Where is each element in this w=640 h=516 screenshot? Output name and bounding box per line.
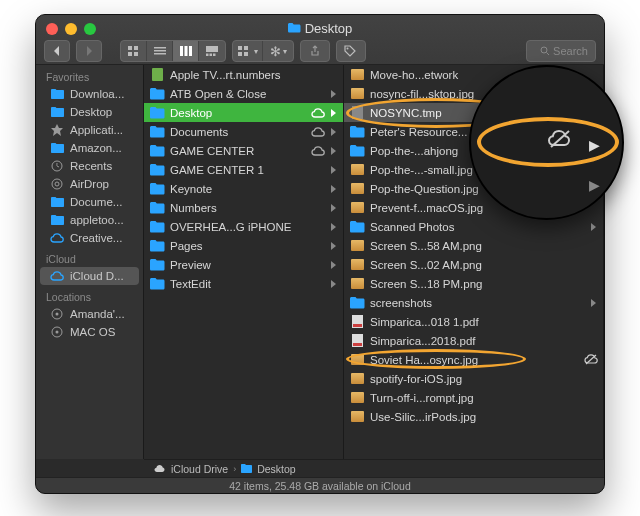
folder-icon bbox=[50, 196, 64, 208]
folder-icon bbox=[150, 258, 165, 271]
sidebar-item[interactable]: AirDrop bbox=[40, 175, 139, 193]
image-file-icon bbox=[350, 68, 365, 81]
file-row[interactable]: TextEdit bbox=[144, 274, 343, 293]
sidebar-item-label: iCloud D... bbox=[70, 270, 124, 282]
icon-view-button[interactable] bbox=[121, 41, 147, 61]
file-row[interactable]: Screen S...58 AM.png bbox=[344, 236, 603, 255]
file-name: Scanned Photos bbox=[370, 221, 586, 233]
folder-icon bbox=[150, 163, 165, 176]
svg-rect-7 bbox=[180, 46, 183, 56]
file-row[interactable]: Desktop bbox=[144, 103, 343, 122]
sidebar-item[interactable]: MAC OS bbox=[40, 323, 139, 341]
sidebar-item-label: Downloa... bbox=[70, 88, 124, 100]
tags-button[interactable] bbox=[336, 40, 366, 62]
file-row[interactable]: Soviet Ha...osync.jpg bbox=[344, 350, 603, 369]
file-name: Preview bbox=[170, 259, 326, 271]
svg-rect-6 bbox=[154, 53, 166, 55]
file-row[interactable]: Simparica...2018.pdf bbox=[344, 331, 603, 350]
titlebar: Desktop ▾ ✻▾ Search bbox=[36, 15, 604, 65]
chevron-right-icon: ▶ bbox=[589, 177, 600, 193]
cloud-slash-icon bbox=[583, 354, 599, 365]
folder-icon bbox=[241, 464, 252, 473]
sidebar-item[interactable]: appletoo... bbox=[40, 211, 139, 229]
column-view-button[interactable] bbox=[173, 41, 199, 61]
path-bar[interactable]: iCloud Drive › Desktop bbox=[144, 459, 604, 477]
folder-icon bbox=[288, 23, 301, 33]
image-file-icon bbox=[350, 410, 365, 423]
svg-rect-16 bbox=[238, 52, 242, 56]
chevron-right-icon: › bbox=[233, 464, 236, 474]
file-row[interactable]: GAME CENTER bbox=[144, 141, 343, 160]
image-file-icon bbox=[350, 353, 365, 366]
app-icon bbox=[50, 124, 64, 136]
back-button[interactable] bbox=[44, 40, 70, 62]
file-name: Documents bbox=[170, 126, 305, 138]
arrange-button[interactable]: ▾ bbox=[233, 41, 263, 61]
gallery-view-button[interactable] bbox=[199, 41, 225, 61]
search-field[interactable]: Search bbox=[526, 40, 596, 62]
sidebar-item[interactable]: iCloud D... bbox=[40, 267, 139, 285]
file-row[interactable]: Turn-off-i...rompt.jpg bbox=[344, 388, 603, 407]
svg-point-27 bbox=[56, 331, 59, 334]
image-file-icon bbox=[350, 258, 365, 271]
file-name: OVERHEA...G iPHONE bbox=[170, 221, 326, 233]
image-file-icon bbox=[350, 372, 365, 385]
sidebar-item[interactable]: Docume... bbox=[40, 193, 139, 211]
file-name: Simparica...018 1.pdf bbox=[370, 316, 599, 328]
svg-rect-14 bbox=[238, 46, 242, 50]
sidebar-item[interactable]: Amazon... bbox=[40, 139, 139, 157]
file-row[interactable]: Pages bbox=[144, 236, 343, 255]
folder-icon bbox=[150, 239, 165, 252]
file-row[interactable]: OVERHEA...G iPHONE bbox=[144, 217, 343, 236]
image-file-icon bbox=[350, 163, 365, 176]
file-row[interactable]: Screen S...18 PM.png bbox=[344, 274, 603, 293]
path-seg-2[interactable]: Desktop bbox=[257, 463, 296, 475]
file-row[interactable]: Simparica...018 1.pdf bbox=[344, 312, 603, 331]
image-file-icon bbox=[350, 201, 365, 214]
file-name: Numbers bbox=[170, 202, 326, 214]
folder-icon bbox=[150, 182, 165, 195]
sidebar-item[interactable]: Creative... bbox=[40, 229, 139, 247]
column-1[interactable]: Apple TV...rt.numbersATB Open & CloseDes… bbox=[144, 65, 344, 459]
file-name: screenshots bbox=[370, 297, 586, 309]
image-file-icon bbox=[350, 87, 365, 100]
view-switcher[interactable] bbox=[120, 40, 226, 62]
sidebar-item[interactable]: Applicati... bbox=[40, 121, 139, 139]
disk-icon bbox=[50, 326, 64, 338]
pdf-file-icon bbox=[350, 334, 365, 347]
folder-icon bbox=[50, 142, 64, 154]
file-row[interactable]: Numbers bbox=[144, 198, 343, 217]
file-row[interactable]: Screen S...02 AM.png bbox=[344, 255, 603, 274]
file-row[interactable]: screenshots bbox=[344, 293, 603, 312]
chevron-right-icon bbox=[331, 223, 339, 231]
image-file-icon bbox=[350, 239, 365, 252]
status-bar: 42 items, 25.48 GB available on iCloud bbox=[36, 477, 604, 493]
action-button[interactable]: ✻▾ bbox=[263, 41, 293, 61]
file-row[interactable]: ATB Open & Close bbox=[144, 84, 343, 103]
sidebar-item-label: appletoo... bbox=[70, 214, 124, 226]
path-seg-1[interactable]: iCloud Drive bbox=[171, 463, 228, 475]
sidebar-item[interactable]: Desktop bbox=[40, 103, 139, 121]
file-row[interactable]: GAME CENTER 1 bbox=[144, 160, 343, 179]
chevron-right-icon bbox=[331, 109, 339, 117]
list-view-button[interactable] bbox=[147, 41, 173, 61]
sidebar-item[interactable]: Amanda'... bbox=[40, 305, 139, 323]
chevron-right-icon bbox=[331, 185, 339, 193]
file-row[interactable]: Preview bbox=[144, 255, 343, 274]
file-row[interactable]: Keynote bbox=[144, 179, 343, 198]
airdrop-icon bbox=[50, 178, 64, 190]
file-row[interactable]: Scanned Photos bbox=[344, 217, 603, 236]
file-row[interactable]: Apple TV...rt.numbers bbox=[144, 65, 343, 84]
svg-point-19 bbox=[541, 47, 547, 53]
sidebar: FavoritesDownloa...DesktopApplicati...Am… bbox=[36, 65, 144, 459]
forward-button[interactable] bbox=[76, 40, 102, 62]
folder-icon bbox=[50, 214, 64, 226]
svg-point-25 bbox=[56, 313, 59, 316]
file-row[interactable]: spotify-for-iOS.jpg bbox=[344, 369, 603, 388]
sidebar-item[interactable]: Downloa... bbox=[40, 85, 139, 103]
share-button[interactable] bbox=[300, 40, 330, 62]
file-row[interactable]: Use-Silic...irPods.jpg bbox=[344, 407, 603, 426]
arrange-group[interactable]: ▾ ✻▾ bbox=[232, 40, 294, 62]
file-row[interactable]: Documents bbox=[144, 122, 343, 141]
sidebar-item[interactable]: Recents bbox=[40, 157, 139, 175]
